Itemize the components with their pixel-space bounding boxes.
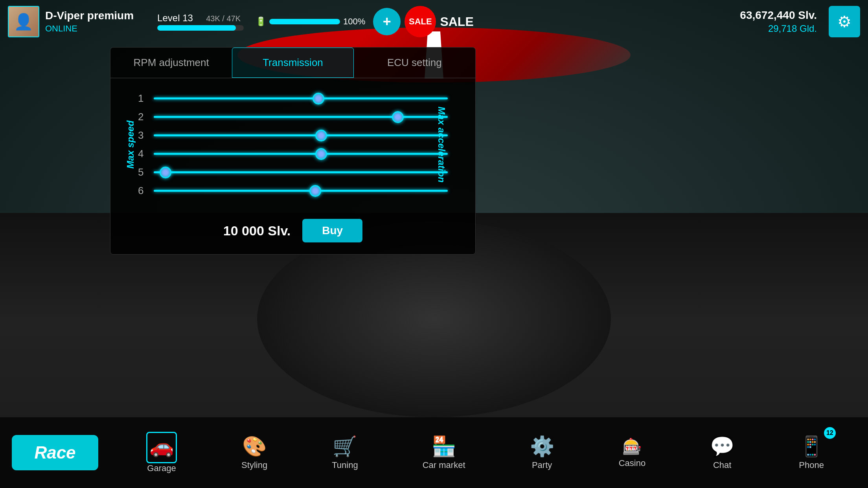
battery-section: 🔋 100% [256, 17, 365, 27]
currency-section: 63,672,440 Slv. 29,718 Gld. [740, 9, 817, 34]
slider-row-3: 3 [122, 129, 463, 141]
tuning-label: Tuning [332, 460, 358, 470]
party-icon: ⚙️ [530, 435, 554, 458]
slider-thumb-2[interactable] [392, 111, 404, 123]
buy-button[interactable]: Buy [302, 219, 362, 242]
casino-label: Casino [619, 458, 645, 468]
silver-currency: 63,672,440 Slv. [740, 9, 817, 22]
slider-track-4[interactable] [154, 148, 448, 160]
slider-number-6: 6 [138, 185, 154, 197]
car-market-icon: 🏪 [432, 435, 456, 458]
settings-button[interactable]: ⚙ [829, 6, 860, 37]
styling-label: Styling [241, 460, 267, 470]
party-label: Party [532, 460, 552, 470]
avatar: 👤 [8, 6, 39, 37]
slider-number-3: 3 [138, 129, 154, 141]
player-name: D-Viper premium [45, 9, 134, 22]
top-hud: 👤 D-Viper premium ONLINE Level 13 43K / … [0, 0, 868, 43]
buy-section: 10 000 Slv. Buy [110, 219, 475, 242]
player-status: ONLINE [45, 24, 134, 34]
main-panel: RPM adjustment Transmission ECU setting … [110, 47, 476, 255]
slider-number-1: 1 [138, 92, 154, 105]
tab-transmission[interactable]: Transmission [232, 48, 353, 78]
slider-thumb-6[interactable] [309, 185, 321, 197]
nav-item-casino[interactable]: 🎰 Casino [611, 433, 653, 472]
battery-icon: 🔋 [256, 17, 266, 27]
slider-thumb-4[interactable] [315, 148, 327, 160]
exp-bar-fill [157, 25, 236, 31]
phone-icon: 📱 [799, 435, 824, 458]
price-label: 10 000 Slv. [223, 223, 291, 238]
plus-icon: + [383, 13, 391, 30]
slider-row-5: 5 [122, 166, 463, 178]
slider-number-5: 5 [138, 166, 154, 178]
chat-icon: 💬 [710, 435, 734, 458]
slider-thumb-5[interactable] [160, 167, 171, 178]
slider-thumb-1[interactable] [313, 93, 324, 105]
nav-item-car-market[interactable]: 🏪 Car market [415, 431, 473, 474]
slider-number-4: 4 [138, 148, 154, 160]
battery-percentage: 100% [343, 17, 365, 27]
avatar-image: 👤 [9, 7, 39, 37]
nav-item-party[interactable]: ⚙️ Party [522, 431, 562, 474]
level-label: Level 13 43K / 47K [157, 13, 244, 24]
slider-track-5[interactable] [154, 167, 448, 178]
tabs-container: RPM adjustment Transmission ECU setting [110, 48, 475, 78]
phone-label: Phone [799, 460, 824, 470]
slider-track-3[interactable] [154, 130, 448, 141]
garage-icon: 🚗 [149, 435, 174, 458]
chat-label: Chat [713, 460, 731, 470]
gold-currency: 29,718 Gld. [740, 23, 817, 34]
slider-row-4: 4 [122, 148, 463, 160]
battery-bar-fill [269, 19, 340, 24]
nav-item-garage[interactable]: 🚗 Garage [138, 428, 185, 477]
slider-track-2[interactable] [154, 111, 448, 123]
tuning-icon: 🛒 [333, 435, 357, 458]
styling-icon: 🎨 [242, 435, 267, 458]
tab-ecu[interactable]: ECU setting [354, 48, 475, 78]
sale-badge[interactable]: SALE [405, 6, 436, 37]
left-axis-label: Max speed [125, 121, 136, 169]
garage-label: Garage [147, 463, 176, 473]
settings-icon: ⚙ [837, 13, 851, 31]
race-button[interactable]: Race [12, 435, 98, 470]
phone-badge: 12 [824, 427, 836, 439]
tab-rpm[interactable]: RPM adjustment [110, 48, 232, 78]
nav-items: 🚗 Garage 🎨 Styling 🛒 Tuning 🏪 Car market… [114, 428, 856, 477]
slider-row-6: 6 [122, 185, 463, 197]
slider-row-1: 1 [122, 92, 463, 105]
nav-item-chat[interactable]: 💬 Chat [702, 431, 742, 474]
nav-item-styling[interactable]: 🎨 Styling [234, 431, 275, 474]
slider-number-2: 2 [138, 111, 154, 123]
exp-bar [157, 25, 244, 31]
level-section: Level 13 43K / 47K [157, 13, 244, 31]
battery-bar [269, 19, 340, 24]
slider-row-2: 2 [122, 111, 463, 123]
nav-item-tuning[interactable]: 🛒 Tuning [324, 431, 366, 474]
sliders-area: Max speed Max acceleration 1 2 3 [110, 78, 475, 211]
slider-track-1[interactable] [154, 93, 448, 105]
slider-thumb-3[interactable] [315, 130, 327, 141]
add-currency-button[interactable]: + [373, 8, 401, 35]
slider-track-6[interactable] [154, 185, 448, 197]
player-info: D-Viper premium ONLINE [45, 9, 134, 34]
casino-icon: 🎰 [622, 437, 642, 456]
bottom-nav: Race 🚗 Garage 🎨 Styling 🛒 Tuning 🏪 Car m… [0, 417, 868, 488]
nav-item-phone[interactable]: 📱 12 Phone [791, 431, 832, 474]
car-market-label: Car market [423, 460, 465, 470]
sale-label: SALE [440, 15, 473, 29]
